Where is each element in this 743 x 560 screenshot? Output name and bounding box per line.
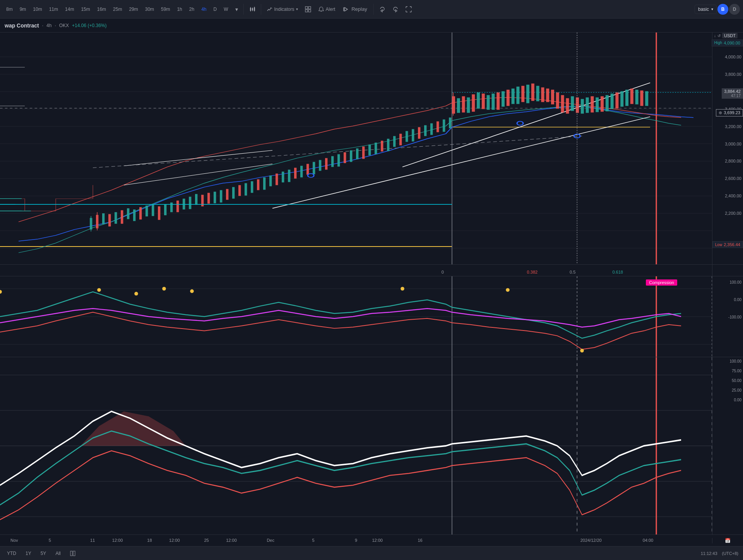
- svg-rect-46: [121, 210, 123, 224]
- svg-rect-128: [586, 98, 589, 113]
- svg-rect-137: [630, 89, 633, 104]
- svg-rect-57: [189, 197, 191, 209]
- svg-rect-77: [313, 162, 315, 174]
- tf-16m[interactable]: 16m: [94, 5, 109, 14]
- svg-rect-58: [195, 194, 197, 205]
- svg-rect-91: [399, 134, 402, 146]
- tf-1h[interactable]: 1h: [174, 5, 185, 14]
- svg-rect-83: [350, 150, 352, 162]
- svg-rect-89: [387, 139, 389, 151]
- main-panel-wrapper: 4,000.00 3,800.00 3,600.00 3,400.00 3,20…: [0, 33, 743, 560]
- svg-rect-135: [620, 91, 623, 107]
- basic-select[interactable]: basic ▾: [695, 5, 717, 14]
- svg-rect-10: [308, 7, 311, 9]
- svg-rect-110: [496, 92, 500, 110]
- undo-btn[interactable]: [376, 5, 389, 14]
- svg-rect-105: [472, 94, 475, 112]
- utc-label: (UTC+8): [722, 551, 738, 556]
- time-1200-1: 12:00: [112, 538, 123, 543]
- indicator-2-chart[interactable]: [0, 357, 712, 534]
- time-5-dec: 5: [312, 538, 315, 543]
- fullscreen-btn[interactable]: [402, 5, 415, 14]
- svg-rect-5: [252, 10, 253, 11]
- layout-btn[interactable]: [302, 5, 314, 14]
- ytd-btn[interactable]: YTD: [5, 550, 19, 557]
- svg-rect-0: [250, 8, 251, 11]
- fib-618-label: 0.618: [612, 270, 623, 274]
- tf-15m[interactable]: 15m: [78, 5, 93, 14]
- svg-rect-132: [606, 95, 609, 111]
- svg-rect-61: [214, 192, 216, 203]
- tf-W[interactable]: W: [221, 5, 231, 14]
- all-btn[interactable]: All: [53, 550, 63, 557]
- replay-btn[interactable]: Replay: [339, 5, 371, 14]
- tf-4h[interactable]: 4h: [198, 5, 209, 14]
- svg-rect-2: [250, 11, 251, 12]
- current-price-value: 3,884.42: [724, 89, 741, 94]
- chart-type-btn[interactable]: [246, 5, 259, 14]
- svg-rect-95: [424, 125, 426, 136]
- svg-rect-69: [263, 177, 265, 190]
- svg-rect-88: [381, 141, 383, 152]
- indicators-btn[interactable]: Indicators ▾: [264, 5, 301, 14]
- price-label-2200: 2,200.00: [725, 211, 741, 216]
- tf-8m[interactable]: 8m: [3, 5, 16, 14]
- indicators-icon: [267, 6, 273, 12]
- svg-rect-73: [288, 170, 290, 182]
- svg-rect-86: [368, 145, 371, 156]
- svg-rect-175: [70, 551, 72, 556]
- svg-rect-11: [305, 10, 308, 12]
- symbol-name: wap Contract: [5, 22, 39, 29]
- tf-more[interactable]: ▾: [232, 5, 241, 14]
- symbol-timeframe: ·: [42, 23, 43, 28]
- avatar-d-initial: D: [733, 7, 736, 12]
- calendar-icon: 📅: [725, 538, 731, 543]
- indicator-panel-2: 100.00 75.00 50.00 25.00 0.00: [0, 357, 743, 534]
- tf-25m[interactable]: 25m: [110, 5, 125, 14]
- time-5: 5: [49, 538, 51, 543]
- tf-30m[interactable]: 30m: [142, 5, 157, 14]
- tf-D[interactable]: D: [211, 5, 220, 14]
- alert-btn[interactable]: Alert: [315, 5, 339, 14]
- svg-rect-87: [375, 143, 377, 154]
- svg-point-160: [134, 292, 138, 296]
- ind2-25: 25.00: [732, 388, 741, 392]
- compare-btn[interactable]: [68, 550, 78, 557]
- svg-rect-6: [254, 7, 255, 11]
- tf-11m[interactable]: 11m: [46, 5, 61, 14]
- tf-29m[interactable]: 29m: [126, 5, 141, 14]
- 1y-btn[interactable]: 1Y: [23, 550, 34, 557]
- compression-badge: Compression: [646, 279, 677, 286]
- target-price-badge: ⊕ 3,699.23: [716, 109, 743, 116]
- compare-icon: [70, 551, 75, 556]
- svg-rect-109: [491, 94, 495, 110]
- alert-icon: [318, 6, 324, 12]
- svg-rect-113: [512, 89, 515, 104]
- tf-10m[interactable]: 10m: [30, 5, 45, 14]
- timeline-scroll-area: 📅: [712, 538, 743, 543]
- svg-rect-118: [536, 86, 539, 101]
- toolbar: 8m 9m 10m 11m 14m 15m 16m 25m 29m 30m 59…: [0, 0, 743, 19]
- svg-rect-138: [635, 90, 639, 104]
- price-chart-area[interactable]: [0, 33, 712, 264]
- tf-59m[interactable]: 59m: [158, 5, 173, 14]
- 5y-btn[interactable]: 5Y: [38, 550, 49, 557]
- svg-rect-112: [507, 90, 510, 106]
- tf-14m[interactable]: 14m: [62, 5, 77, 14]
- svg-rect-117: [531, 84, 534, 101]
- svg-rect-97: [437, 122, 439, 132]
- time-1200-2: 12:00: [169, 538, 180, 543]
- indicator-1-chart[interactable]: Compression: [0, 276, 712, 357]
- avatar-d[interactable]: D: [729, 4, 740, 15]
- redo-btn[interactable]: [389, 5, 402, 14]
- svg-rect-80: [331, 156, 334, 167]
- indicators-label: Indicators: [274, 7, 294, 12]
- avatar-b[interactable]: B: [717, 4, 728, 15]
- tf-2h[interactable]: 2h: [186, 5, 197, 14]
- svg-rect-67: [251, 181, 253, 193]
- tf-9m[interactable]: 9m: [17, 5, 29, 14]
- chevron-down-icon: ▾: [711, 7, 713, 11]
- time-1200-3: 12:00: [226, 538, 237, 543]
- svg-rect-176: [73, 551, 75, 556]
- redo-icon: [392, 6, 399, 12]
